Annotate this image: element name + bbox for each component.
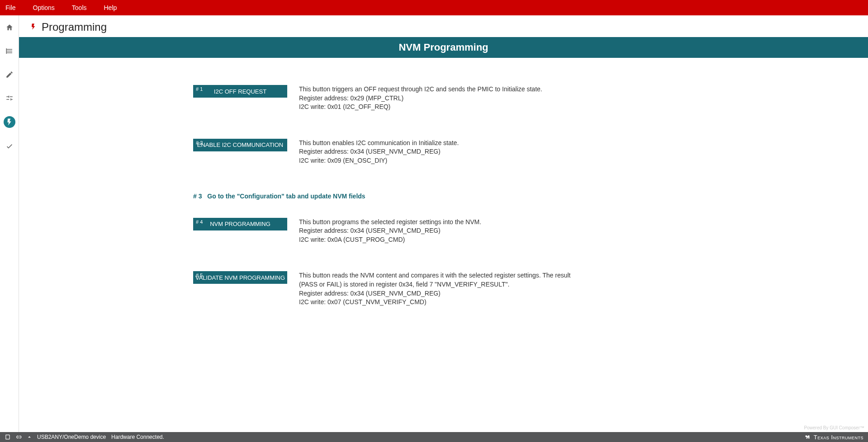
step-button-label: ENABLE I2C COMMUNICATION bbox=[197, 141, 283, 148]
statusbar: USB2ANY/OneDemo device Hardware Connecte… bbox=[0, 432, 868, 442]
menu-options[interactable]: Options bbox=[33, 4, 55, 11]
step-desc: This button triggers an OFF request thro… bbox=[299, 85, 542, 112]
desc-line: I2C write: 0x0A (CUST_PROG_CMD) bbox=[299, 235, 481, 245]
banner: NVM Programming bbox=[19, 37, 868, 58]
step-row: # 4 NVM PROGRAMMING This button programs… bbox=[193, 218, 868, 245]
step-num: # 3 bbox=[193, 193, 202, 200]
menubar: File Options Tools Help bbox=[0, 0, 868, 15]
desc-line: This button programs the selected regist… bbox=[299, 218, 481, 227]
step-instruction: # 3 Go to the "Configuration" tab and up… bbox=[193, 193, 868, 200]
library-icon[interactable] bbox=[4, 46, 15, 56]
instruction-text: Go to the "Configuration" tab and update… bbox=[207, 193, 365, 200]
step-desc: This button enables I2C communication in… bbox=[299, 139, 459, 165]
powered-by: Powered By GUI Composer™ bbox=[804, 425, 864, 430]
desc-line: This button enables I2C communication in… bbox=[299, 139, 459, 148]
step-row: # 1 I2C OFF REQUEST This button triggers… bbox=[193, 85, 868, 112]
i2c-off-request-button[interactable]: # 1 I2C OFF REQUEST bbox=[193, 85, 287, 98]
chevron-up-icon[interactable] bbox=[26, 434, 33, 440]
menu-help[interactable]: Help bbox=[104, 4, 117, 11]
step-button-label: NVM PROGRAMMING bbox=[210, 221, 270, 227]
desc-line: Register address: 0x34 (USER_NVM_CMD_REG… bbox=[299, 289, 579, 298]
home-icon[interactable] bbox=[4, 22, 15, 33]
step-row: # 2 ENABLE I2C COMMUNICATION This button… bbox=[193, 139, 868, 165]
step-desc: This button programs the selected regist… bbox=[299, 218, 481, 245]
desc-line: Register address: 0x29 (MFP_CTRL) bbox=[299, 94, 542, 103]
page-bolt-icon bbox=[30, 22, 37, 33]
desc-line: This button triggers an OFF request thro… bbox=[299, 85, 542, 94]
check-icon[interactable] bbox=[4, 141, 15, 151]
brand-text: Texas Instruments bbox=[814, 434, 863, 441]
desc-line: This button reads the NVM content and co… bbox=[299, 271, 579, 289]
bolt-icon[interactable] bbox=[4, 116, 15, 128]
device-name: USB2ANY/OneDemo device bbox=[37, 434, 106, 440]
menu-tools[interactable]: Tools bbox=[72, 4, 87, 11]
desc-line: Register address: 0x34 (USER_NVM_CMD_REG… bbox=[299, 147, 459, 156]
menu-file[interactable]: File bbox=[5, 4, 16, 11]
steps: # 1 I2C OFF REQUEST This button triggers… bbox=[19, 58, 868, 334]
sliders-icon[interactable] bbox=[4, 93, 15, 103]
desc-line: I2C write: 0x01 (I2C_OFF_REQ) bbox=[299, 103, 542, 112]
step-desc: This button reads the NVM content and co… bbox=[299, 271, 579, 306]
content: Programming NVM Programming # 1 I2C OFF … bbox=[19, 15, 868, 432]
hw-status: Hardware Connected. bbox=[111, 434, 164, 440]
step-button-label: I2C OFF REQUEST bbox=[214, 88, 266, 95]
desc-line: I2C write: 0x09 (EN_OSC_DIY) bbox=[299, 156, 459, 165]
pencil-icon[interactable] bbox=[4, 69, 15, 80]
sidebar bbox=[0, 15, 19, 432]
notebook-icon[interactable] bbox=[5, 434, 11, 440]
step-num: # 1 bbox=[196, 86, 203, 92]
validate-nvm-button[interactable]: # 5 VALIDATE NVM PROGRAMMING bbox=[193, 271, 287, 284]
ti-logo: Texas Instruments bbox=[804, 434, 863, 441]
desc-line: Register address: 0x34 (USER_NVM_CMD_REG… bbox=[299, 226, 481, 235]
step-num: # 5 bbox=[196, 273, 203, 278]
page-title: Programming bbox=[42, 21, 107, 33]
nvm-programming-button[interactable]: # 4 NVM PROGRAMMING bbox=[193, 218, 287, 230]
link-icon[interactable] bbox=[15, 434, 22, 440]
desc-line: I2C write: 0x07 (CUST_NVM_VERIFY_CMD) bbox=[299, 298, 579, 307]
step-num: # 2 bbox=[196, 140, 203, 146]
step-button-label: VALIDATE NVM PROGRAMMING bbox=[195, 274, 285, 281]
step-num: # 4 bbox=[196, 219, 203, 225]
step-row: # 5 VALIDATE NVM PROGRAMMING This button… bbox=[193, 271, 868, 306]
enable-i2c-button[interactable]: # 2 ENABLE I2C COMMUNICATION bbox=[193, 139, 287, 151]
